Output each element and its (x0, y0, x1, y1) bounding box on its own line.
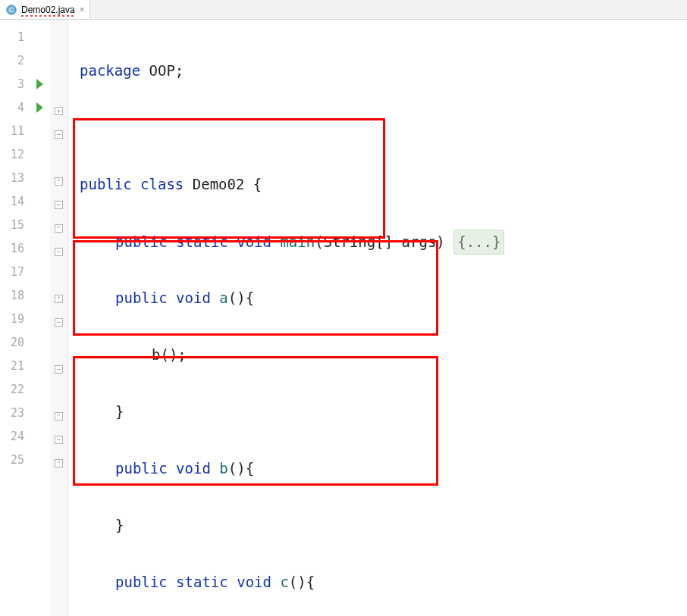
fold-minus-icon (55, 130, 63, 139)
line-number-gutter: 1 2 3 4 11 12 13 14 15 16 17 18 19 20 21… (0, 20, 29, 616)
tab-filename: Demo02.java (21, 5, 75, 15)
run-main-marker[interactable] (29, 96, 50, 120)
run-gutter (29, 20, 50, 616)
svg-text:C: C (9, 6, 14, 14)
java-class-file-icon: C (6, 5, 17, 15)
line-number: 17 (0, 261, 29, 284)
code-line: } (68, 400, 687, 424)
fold-toggle[interactable] (50, 214, 67, 237)
fold-toggle[interactable] (50, 120, 67, 143)
fold-toggle[interactable] (50, 355, 67, 378)
fold-toggle[interactable] (50, 237, 67, 261)
line-number: 2 (0, 49, 29, 73)
close-icon[interactable]: × (80, 5, 85, 14)
fold-toggle[interactable] (50, 284, 67, 308)
code-line: } (68, 514, 687, 537)
fold-toggle[interactable] (50, 190, 67, 214)
fold-up-icon (55, 224, 63, 233)
line-number: 24 (0, 425, 29, 449)
fold-minus-icon (55, 318, 63, 327)
line-number: 15 (0, 214, 29, 237)
line-number: 11 (0, 120, 29, 143)
fold-minus-icon (55, 248, 63, 256)
code-line (68, 116, 687, 139)
line-number: 21 (0, 355, 29, 378)
line-number: 22 (0, 378, 29, 402)
line-number: 18 (0, 284, 29, 308)
fold-toggle[interactable] (50, 402, 67, 425)
line-number: 1 (0, 26, 29, 49)
code-line: public void a(){ (68, 286, 687, 310)
fold-toggle[interactable] (50, 308, 67, 331)
fold-toggle[interactable] (50, 167, 67, 190)
fold-minus-icon (55, 201, 63, 209)
fold-toggle[interactable] (50, 449, 67, 472)
code-line: public void b(){ (68, 457, 687, 480)
fold-minus-icon (55, 436, 63, 444)
fold-toggle[interactable] (50, 96, 67, 120)
fold-up-icon (55, 412, 63, 421)
code-line: public static void main(String[] args) {… (68, 230, 687, 253)
code-text-area[interactable]: package OOP; public class Demo02 { publi… (68, 20, 687, 616)
line-number: 20 (0, 331, 29, 355)
folded-region[interactable]: {...} (453, 230, 504, 255)
code-editor[interactable]: 1 2 3 4 11 12 13 14 15 16 17 18 19 20 21… (0, 20, 687, 616)
line-number: 23 (0, 402, 29, 425)
line-number: 13 (0, 167, 29, 190)
fold-plus-icon (55, 107, 63, 115)
editor-tabbar: C Demo02.java × (0, 0, 687, 20)
code-line: package OOP; (68, 59, 687, 83)
fold-gutter (50, 20, 68, 616)
fold-up-icon (55, 177, 63, 186)
fold-up-icon (55, 295, 63, 303)
code-line: public class Demo02 { (68, 173, 687, 196)
line-number: 16 (0, 237, 29, 261)
fold-toggle[interactable] (50, 425, 67, 449)
line-number: 14 (0, 190, 29, 214)
line-number: 3 (0, 73, 29, 96)
line-number: 19 (0, 308, 29, 331)
fold-up-icon (55, 459, 63, 467)
run-triangle-icon (36, 79, 43, 89)
line-number: 4 (0, 96, 29, 120)
run-class-marker[interactable] (29, 73, 50, 96)
line-number: 25 (0, 449, 29, 472)
editor-tab[interactable]: C Demo02.java × (0, 0, 90, 19)
fold-minus-icon (55, 365, 63, 374)
code-line: public static void c(){ (68, 571, 687, 594)
line-number: 12 (0, 143, 29, 167)
run-triangle-icon (36, 102, 43, 113)
code-line: b(); (68, 343, 687, 367)
